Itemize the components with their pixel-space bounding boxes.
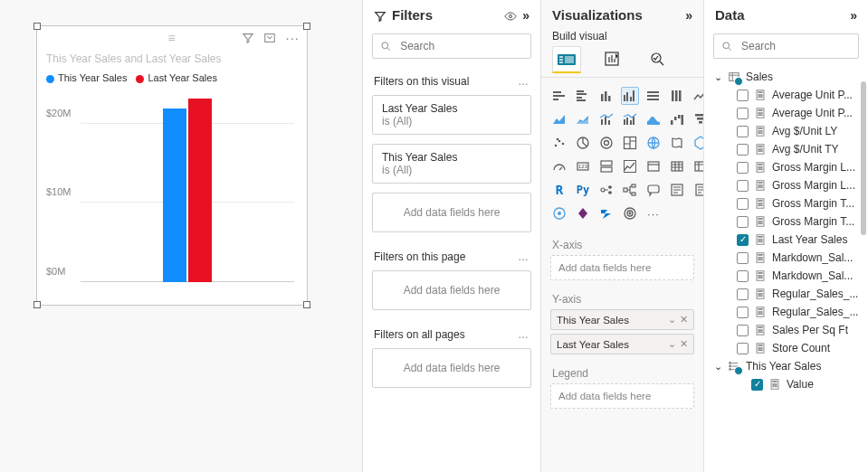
tab-format-visual[interactable] [597, 46, 626, 73]
search-input[interactable] [398, 39, 523, 53]
field-row[interactable]: Gross Margin L... [710, 176, 866, 194]
clustered-column-icon[interactable] [621, 87, 639, 105]
collapse-icon[interactable]: » [850, 8, 857, 23]
resize-handle[interactable] [33, 301, 41, 308]
xaxis-dropzone[interactable]: Add data fields here [550, 255, 694, 280]
pie-icon[interactable] [574, 134, 592, 152]
filter-dropzone[interactable]: Add data fields here [372, 348, 531, 388]
field-checkbox[interactable] [737, 270, 749, 282]
r-visual-icon[interactable]: R [550, 181, 568, 199]
field-checkbox[interactable] [737, 288, 749, 300]
power-apps-icon[interactable] [574, 204, 592, 222]
filled-map-icon[interactable] [668, 134, 686, 152]
smart-narrative-icon[interactable] [668, 181, 686, 199]
focus-mode-icon[interactable] [263, 31, 276, 44]
funnel-icon[interactable] [692, 110, 703, 128]
field-checkbox[interactable] [737, 252, 749, 264]
field-row[interactable]: Avg $/Unit TY [710, 140, 866, 158]
field-checkbox[interactable] [737, 198, 749, 210]
scatter-icon[interactable] [550, 134, 568, 152]
field-row[interactable]: Gross Margin T... [710, 212, 866, 231]
field-row[interactable]: ✓Last Year Sales [710, 231, 866, 249]
goals-icon[interactable] [621, 204, 639, 222]
decomposition-tree-icon[interactable] [621, 181, 639, 199]
field-row[interactable]: Gross Margin T... [710, 194, 866, 212]
filter-icon[interactable] [242, 31, 254, 44]
multi-row-card-icon[interactable] [597, 157, 615, 175]
100-stacked-bar-icon[interactable] [644, 87, 663, 105]
collapse-icon[interactable]: » [685, 8, 692, 23]
chevron-down-icon[interactable]: ⌄ [668, 338, 676, 350]
collapse-icon[interactable]: » [522, 8, 529, 23]
tab-build-visual[interactable] [552, 46, 581, 73]
map-icon[interactable] [644, 134, 663, 152]
field-checkbox[interactable] [737, 307, 749, 318]
field-checkbox[interactable] [737, 325, 749, 336]
visual-container[interactable]: ≡ ··· This Year Sales and Last Year Sale… [36, 25, 308, 306]
data-search[interactable] [713, 33, 859, 59]
waterfall-icon[interactable] [668, 110, 686, 128]
field-row[interactable]: Avg $/Unit LY [710, 122, 866, 140]
tab-analytics[interactable] [643, 46, 672, 73]
field-row[interactable]: Gross Margin L... [710, 158, 866, 176]
field-checkbox[interactable] [737, 144, 749, 156]
matrix-icon[interactable] [692, 157, 703, 175]
remove-field-icon[interactable]: ✕ [680, 314, 688, 326]
field-row[interactable]: Store Count [710, 339, 866, 357]
stacked-area-icon[interactable] [574, 110, 592, 128]
gauge-icon[interactable] [550, 157, 568, 175]
table-row[interactable]: ⌄Sales [710, 68, 866, 86]
ribbon-icon[interactable] [644, 110, 663, 128]
arcgis-icon[interactable] [550, 204, 568, 222]
more-options-icon[interactable]: … [518, 250, 529, 263]
card-icon[interactable]: 123 [574, 157, 592, 175]
remove-field-icon[interactable]: ✕ [680, 338, 688, 350]
field-row[interactable]: Markdown_Sal... [710, 249, 866, 267]
field-checkbox[interactable] [737, 162, 749, 174]
field-row[interactable]: Regular_Sales_... [710, 285, 866, 303]
chevron-down-icon[interactable]: ⌄ [668, 314, 676, 326]
field-row[interactable]: Average Unit P... [710, 86, 866, 104]
legend-dropzone[interactable]: Add data fields here [550, 383, 694, 409]
field-checkbox[interactable] [737, 216, 749, 228]
filters-search[interactable] [372, 33, 531, 59]
field-checkbox[interactable] [737, 180, 749, 192]
azure-map-icon[interactable] [692, 134, 703, 152]
field-checkbox[interactable]: ✓ [751, 379, 763, 391]
key-influencers-icon[interactable] [597, 181, 615, 199]
python-visual-icon[interactable]: Py [574, 181, 592, 199]
line-clustered-column-icon[interactable] [621, 110, 639, 128]
stacked-column-icon[interactable] [597, 87, 615, 105]
qa-visual-icon[interactable] [644, 181, 663, 199]
scrollbar[interactable] [861, 81, 866, 465]
field-row[interactable]: ✓Value [710, 375, 866, 393]
more-options-icon[interactable]: ··· [285, 30, 300, 45]
field-row[interactable]: Regular_Sales_... [710, 303, 866, 321]
report-canvas[interactable]: ≡ ··· This Year Sales and Last Year Sale… [0, 0, 362, 472]
field-chip[interactable]: This Year Sales ⌄ ✕ [550, 309, 694, 330]
filter-card[interactable]: This Year Sales is (All) [372, 144, 531, 184]
field-checkbox[interactable] [737, 126, 749, 137]
table-icon[interactable] [668, 157, 686, 175]
field-row[interactable]: Sales Per Sq Ft [710, 321, 866, 339]
field-checkbox[interactable]: ✓ [737, 234, 749, 246]
power-automate-icon[interactable] [597, 204, 615, 222]
field-checkbox[interactable] [737, 108, 749, 119]
more-visuals-icon[interactable]: ··· [644, 204, 663, 222]
line-stacked-column-icon[interactable] [597, 110, 615, 128]
table-row[interactable]: ⌄This Year Sales [710, 357, 866, 375]
line-icon[interactable] [692, 87, 703, 105]
donut-icon[interactable] [597, 134, 615, 152]
drag-grip-icon[interactable]: ≡ [167, 31, 176, 45]
scrollbar-thumb[interactable] [861, 81, 866, 235]
stacked-bar-icon[interactable] [550, 87, 568, 105]
search-input[interactable] [739, 39, 851, 53]
filter-dropzone[interactable]: Add data fields here [372, 270, 531, 310]
field-row[interactable]: Markdown_Sal... [710, 267, 866, 285]
filter-dropzone[interactable]: Add data fields here [372, 193, 531, 232]
field-checkbox[interactable] [737, 90, 749, 101]
field-chip[interactable]: Last Year Sales ⌄ ✕ [550, 334, 694, 354]
caret-icon[interactable]: ⌄ [713, 361, 722, 373]
resize-handle[interactable] [303, 301, 310, 308]
slicer-icon[interactable] [644, 157, 663, 175]
